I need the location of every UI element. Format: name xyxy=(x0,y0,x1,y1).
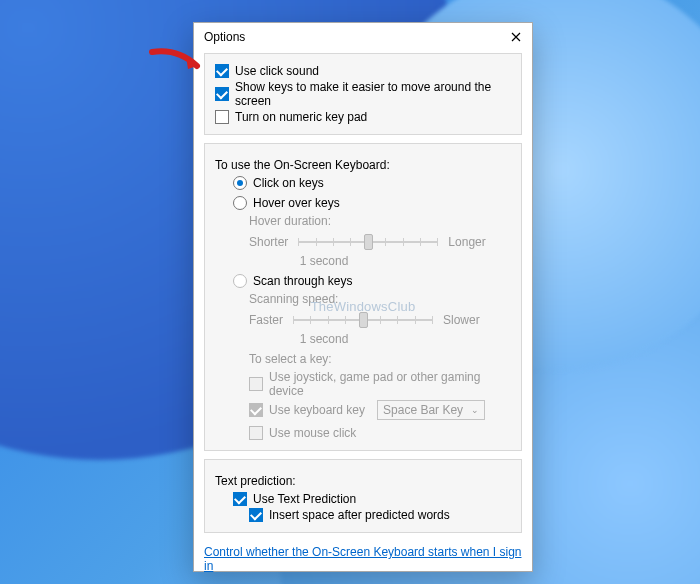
use-click-sound-label: Use click sound xyxy=(235,64,319,78)
show-keys-checkbox[interactable] xyxy=(215,87,229,101)
sound-keys-group: Use click sound Show keys to make it eas… xyxy=(204,53,522,135)
use-mouse-click-label: Use mouse click xyxy=(269,426,356,440)
keyboard-key-select: Space Bar Key ⌄ xyxy=(377,400,485,420)
use-keyboard-key-label: Use keyboard key xyxy=(269,403,365,417)
keyboard-key-select-value: Space Bar Key xyxy=(383,403,463,417)
use-keyboard-key-checkbox xyxy=(249,403,263,417)
show-keys-label: Show keys to make it easier to move arou… xyxy=(235,80,511,108)
hover-duration-label: Hover duration: xyxy=(215,214,511,228)
hover-duration-value: 1 second xyxy=(249,254,399,268)
close-icon xyxy=(511,32,521,42)
titlebar: Options xyxy=(194,23,532,47)
use-joystick-label: Use joystick, game pad or other gaming d… xyxy=(269,370,511,398)
hover-duration-slider xyxy=(298,232,438,252)
use-mouse-click-checkbox xyxy=(249,426,263,440)
insert-space-label: Insert space after predicted words xyxy=(269,508,450,522)
scanning-speed-slider xyxy=(293,310,433,330)
options-dialog: Options Use click sound Show keys to mak… xyxy=(193,22,533,572)
use-text-prediction-label: Use Text Prediction xyxy=(253,492,356,506)
text-prediction-group: Text prediction: Use Text Prediction Ins… xyxy=(204,459,522,533)
close-button[interactable] xyxy=(508,29,524,45)
mode-group: To use the On-Screen Keyboard: Click on … xyxy=(204,143,522,451)
click-on-keys-label: Click on keys xyxy=(253,176,324,190)
numeric-keypad-label: Turn on numeric key pad xyxy=(235,110,367,124)
scan-through-keys-label: Scan through keys xyxy=(253,274,352,288)
dialog-title: Options xyxy=(204,30,245,44)
hover-shorter-label: Shorter xyxy=(249,235,288,249)
scan-faster-label: Faster xyxy=(249,313,283,327)
use-joystick-checkbox xyxy=(249,377,263,391)
text-prediction-heading: Text prediction: xyxy=(215,474,511,488)
click-on-keys-radio[interactable] xyxy=(233,176,247,190)
pointer-arrow xyxy=(148,46,202,76)
chevron-down-icon: ⌄ xyxy=(471,405,479,415)
use-click-sound-checkbox[interactable] xyxy=(215,64,229,78)
mode-heading: To use the On-Screen Keyboard: xyxy=(215,158,511,172)
select-key-label: To select a key: xyxy=(215,352,511,366)
numeric-keypad-checkbox[interactable] xyxy=(215,110,229,124)
startup-settings-link[interactable]: Control whether the On-Screen Keyboard s… xyxy=(204,545,522,573)
scan-slower-label: Slower xyxy=(443,313,480,327)
hover-over-keys-label: Hover over keys xyxy=(253,196,340,210)
hover-longer-label: Longer xyxy=(448,235,485,249)
hover-over-keys-radio[interactable] xyxy=(233,196,247,210)
scan-through-keys-radio[interactable] xyxy=(233,274,247,288)
scanning-speed-value: 1 second xyxy=(249,332,399,346)
scanning-speed-label: Scanning speed: xyxy=(215,292,511,306)
use-text-prediction-checkbox[interactable] xyxy=(233,492,247,506)
insert-space-checkbox[interactable] xyxy=(249,508,263,522)
